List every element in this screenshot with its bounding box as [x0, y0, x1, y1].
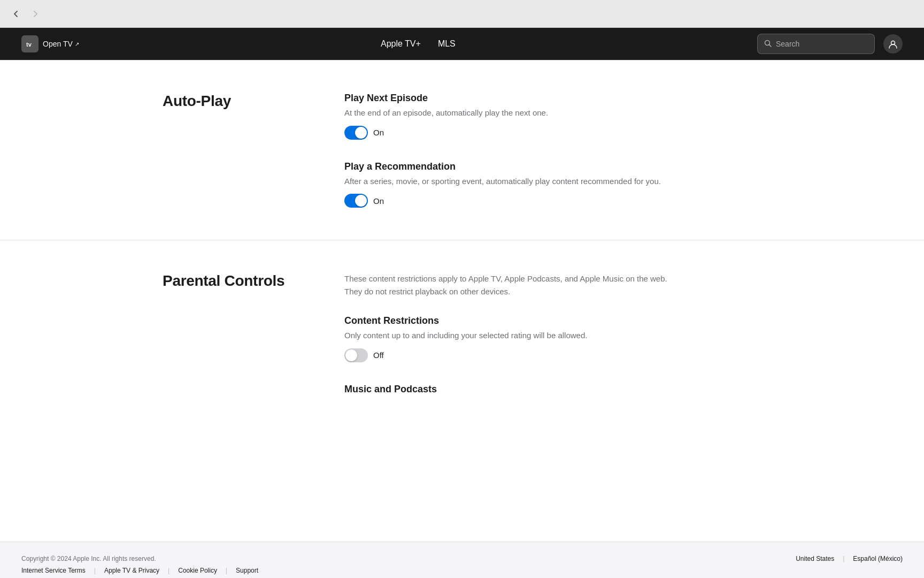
play-next-episode-title: Play Next Episode	[344, 93, 761, 104]
play-recommendation-toggle-row: On	[344, 194, 761, 208]
parental-intro-line2: They do not restrict playback on other d…	[344, 285, 761, 298]
content-restrictions-description: Only content up to and including your se…	[344, 330, 761, 342]
play-recommendation-title: Play a Recommendation	[344, 161, 761, 172]
search-icon	[764, 40, 772, 49]
app-header: tv Open TV ↗ Apple TV+ MLS Search	[0, 28, 924, 60]
svg-text:tv: tv	[26, 41, 32, 48]
footer-sep2: |	[168, 567, 170, 574]
main-content: Auto-Play Play Next Episode At the end o…	[0, 60, 924, 542]
footer-left: Copyright © 2024 Apple Inc. All rights r…	[21, 555, 258, 574]
play-next-episode-toggle-label: On	[373, 128, 384, 137]
play-next-episode-description: At the end of an episode, automatically …	[344, 107, 761, 119]
footer-links: Internet Service Terms | Apple TV & Priv…	[21, 567, 258, 574]
nav-apple-tv-plus[interactable]: Apple TV+	[381, 39, 421, 49]
play-recommendation-description: After a series, movie, or sporting event…	[344, 176, 761, 188]
user-account-button[interactable]	[883, 34, 903, 54]
autoplay-wrapper: Auto-Play Play Next Episode At the end o…	[141, 60, 783, 240]
footer-right-separator: |	[843, 555, 844, 562]
search-placeholder-text: Search	[776, 40, 799, 48]
page-footer: Copyright © 2024 Apple Inc. All rights r…	[0, 542, 924, 578]
footer-cookie-policy[interactable]: Cookie Policy	[178, 567, 217, 574]
browser-chrome	[0, 0, 924, 28]
content-restrictions-toggle[interactable]	[344, 348, 368, 362]
parental-controls-content: These content restrictions apply to Appl…	[344, 272, 761, 409]
content-restrictions-item: Content Restrictions Only content up to …	[344, 315, 761, 362]
play-next-episode-toggle[interactable]	[344, 126, 368, 140]
header-left: tv Open TV ↗	[21, 35, 79, 52]
toggle-thumb	[355, 195, 367, 207]
footer-internet-service-terms[interactable]: Internet Service Terms	[21, 567, 86, 574]
content-restrictions-title: Content Restrictions	[344, 315, 761, 326]
apple-tv-logo-icon: tv	[21, 35, 38, 52]
content-restrictions-toggle-label: Off	[373, 351, 384, 360]
parental-intro-line1: These content restrictions apply to Appl…	[344, 272, 761, 285]
play-recommendation-toggle-label: On	[373, 196, 384, 206]
footer-apple-tv-privacy[interactable]: Apple TV & Privacy	[104, 567, 159, 574]
play-recommendation-toggle[interactable]	[344, 194, 368, 208]
footer-sep3: |	[226, 567, 227, 574]
footer-region[interactable]: United States	[796, 555, 834, 562]
toggle-thumb	[355, 127, 367, 139]
footer-copyright: Copyright © 2024 Apple Inc. All rights r…	[21, 555, 258, 562]
nav-buttons	[9, 6, 43, 21]
back-button[interactable]	[9, 6, 24, 21]
footer-support[interactable]: Support	[236, 567, 258, 574]
open-tv-text: Open TV	[43, 40, 73, 48]
autoplay-section-content: Play Next Episode At the end of an episo…	[344, 93, 761, 208]
autoplay-section: Auto-Play Play Next Episode At the end o…	[163, 60, 761, 240]
footer-sep1: |	[94, 567, 96, 574]
footer-right: United States | Español (México)	[796, 555, 903, 562]
header-nav: Apple TV+ MLS	[381, 39, 456, 49]
play-next-episode-item: Play Next Episode At the end of an episo…	[344, 93, 761, 140]
parental-controls-section: Parental Controls These content restrict…	[163, 240, 761, 441]
parental-controls-intro: These content restrictions apply to Appl…	[344, 272, 761, 298]
footer-language[interactable]: Español (México)	[853, 555, 903, 562]
parental-controls-section-label: Parental Controls	[163, 272, 344, 409]
autoplay-section-label: Auto-Play	[163, 93, 344, 208]
toggle-thumb	[345, 349, 357, 361]
play-recommendation-item: Play a Recommendation After a series, mo…	[344, 161, 761, 208]
music-podcasts-title: Music and Podcasts	[344, 384, 761, 395]
play-next-episode-toggle-row: On	[344, 126, 761, 140]
music-podcasts-item: Music and Podcasts	[344, 384, 761, 409]
parental-controls-wrapper: Parental Controls These content restrict…	[141, 240, 783, 441]
forward-button[interactable]	[28, 6, 43, 21]
open-tv-label: Open TV ↗	[43, 40, 79, 48]
external-link-icon: ↗	[75, 41, 79, 47]
search-bar[interactable]: Search	[757, 34, 875, 54]
nav-mls[interactable]: MLS	[438, 39, 456, 49]
content-restrictions-toggle-row: Off	[344, 348, 761, 362]
header-right: Search	[757, 34, 903, 54]
open-tv-link[interactable]: tv Open TV ↗	[21, 35, 79, 52]
